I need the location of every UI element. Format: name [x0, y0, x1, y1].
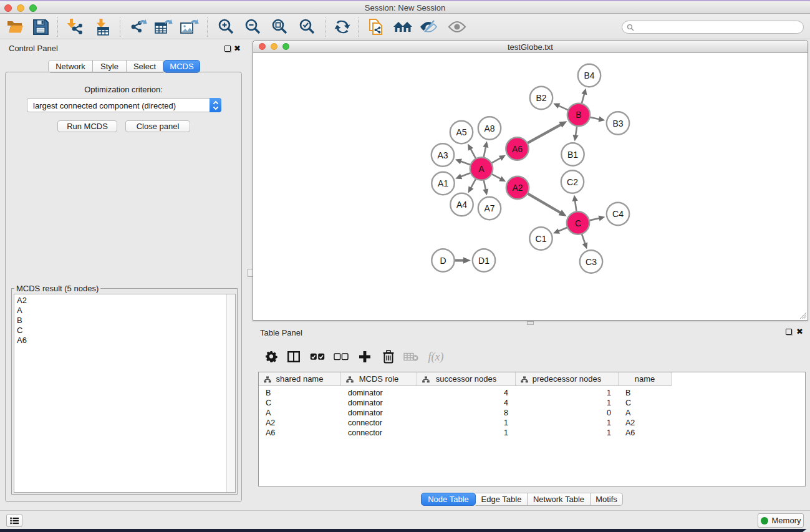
- export-table-icon[interactable]: [153, 16, 174, 37]
- tab-network-table[interactable]: Network Table: [528, 493, 591, 506]
- result-item[interactable]: A2: [17, 296, 27, 306]
- result-list-scrollbar[interactable]: [226, 294, 235, 492]
- import-table-icon[interactable]: [92, 16, 113, 37]
- add-column-icon[interactable]: [354, 346, 375, 367]
- export-image-icon[interactable]: [178, 16, 200, 37]
- edge-A6-B[interactable]: [528, 125, 561, 143]
- task-history-button[interactable]: [6, 514, 22, 527]
- edge-A-A2[interactable]: [492, 174, 501, 179]
- column-header-successor-nodes[interactable]: successor nodes: [417, 372, 516, 386]
- table-row[interactable]: A2connector11A2: [259, 418, 672, 428]
- edge-B-B4[interactable]: [582, 94, 584, 104]
- graph-node-B1[interactable]: B1: [561, 143, 584, 165]
- zoom-fit-icon[interactable]: [269, 16, 290, 37]
- vertical-split-handle[interactable]: [527, 321, 534, 325]
- graph-node-A3[interactable]: A3: [432, 143, 454, 166]
- edge-C-C3[interactable]: [582, 234, 585, 244]
- table-row[interactable]: Adominator80A: [259, 408, 672, 418]
- search-input[interactable]: [622, 21, 804, 34]
- close-panel-button[interactable]: Close panel: [125, 120, 190, 132]
- graph-node-D[interactable]: D: [432, 249, 454, 271]
- graph-node-A8[interactable]: A8: [478, 117, 501, 139]
- table-panel-close-button[interactable]: ✖: [796, 329, 803, 335]
- edge-A-A6[interactable]: [491, 158, 501, 163]
- table-row[interactable]: Bdominator41B: [259, 388, 672, 398]
- graph-node-C[interactable]: C: [567, 211, 589, 234]
- control-panel-float-button[interactable]: [224, 46, 231, 52]
- edge-C-C1[interactable]: [558, 228, 567, 231]
- edge-A-A1[interactable]: [461, 173, 471, 177]
- graph-node-B2[interactable]: B2: [530, 87, 552, 109]
- tab-network[interactable]: Network: [48, 60, 93, 73]
- graph-node-C1[interactable]: C1: [529, 227, 552, 249]
- result-item[interactable]: B: [17, 316, 27, 326]
- edge-B-B1[interactable]: [576, 126, 577, 135]
- mcds-result-list[interactable]: A2ABCA6: [14, 294, 236, 493]
- deselect-all-icon[interactable]: [330, 346, 352, 367]
- graph-node-A5[interactable]: A5: [450, 121, 473, 143]
- zoom-in-icon[interactable]: [215, 16, 236, 37]
- graph-node-B3[interactable]: B3: [607, 112, 629, 134]
- delete-column-icon[interactable]: [378, 346, 399, 367]
- result-item[interactable]: A: [17, 306, 27, 316]
- tab-select[interactable]: Select: [127, 60, 163, 73]
- edge-C-C4[interactable]: [589, 218, 599, 221]
- select-all-icon[interactable]: [307, 346, 328, 367]
- tab-mcds[interactable]: MCDS: [163, 60, 200, 73]
- import-network-icon[interactable]: [64, 16, 85, 37]
- edge-B-B2[interactable]: [559, 105, 568, 110]
- edge-A2-C[interactable]: [528, 193, 561, 213]
- run-mcds-button[interactable]: Run MCDS: [57, 120, 117, 132]
- tab-style[interactable]: Style: [93, 60, 127, 73]
- graph-node-A7[interactable]: A7: [478, 197, 501, 220]
- save-session-icon[interactable]: [30, 16, 51, 37]
- memory-button[interactable]: Memory: [758, 513, 804, 528]
- network-graph-canvas[interactable]: B4B2BB3A5A8A6B1A3AC2A1A2A4A7C4CC1C3DD1: [253, 54, 808, 320]
- network-window-titlebar[interactable]: testGlobe.txt: [253, 41, 808, 53]
- edge-A-A4[interactable]: [471, 179, 476, 188]
- column-header-MCDS-role[interactable]: MCDS role: [341, 372, 417, 386]
- result-item[interactable]: C: [17, 326, 27, 336]
- result-item[interactable]: A6: [17, 336, 27, 346]
- table-panel-float-button[interactable]: [786, 329, 792, 335]
- open-file-icon[interactable]: [4, 16, 26, 37]
- duplicate-network-icon[interactable]: [366, 16, 387, 37]
- window-resize-grip[interactable]: [799, 311, 806, 319]
- table-row[interactable]: A6connector11A6: [259, 428, 672, 438]
- graph-node-A[interactable]: A: [470, 157, 493, 180]
- graph-node-A6[interactable]: A6: [506, 137, 528, 160]
- first-neighbors-icon[interactable]: [392, 16, 413, 37]
- edge-A-A8[interactable]: [484, 147, 486, 157]
- show-all-eye-icon[interactable]: [446, 16, 468, 37]
- graph-node-B4[interactable]: B4: [578, 64, 600, 87]
- refresh-icon[interactable]: [332, 16, 353, 37]
- criterion-select[interactable]: largest connected component (directed): [27, 98, 221, 112]
- tab-edge-table[interactable]: Edge Table: [476, 493, 528, 506]
- graph-node-A4[interactable]: A4: [450, 193, 473, 216]
- zoom-out-icon[interactable]: [242, 16, 263, 37]
- graph-node-D1[interactable]: D1: [473, 249, 495, 271]
- graph-node-C4[interactable]: C4: [607, 203, 629, 225]
- function-builder-icon[interactable]: f(x): [425, 346, 446, 367]
- control-panel-close-button[interactable]: ✖: [234, 46, 241, 52]
- table-settings-icon[interactable]: [261, 346, 282, 367]
- delete-table-icon[interactable]: [400, 346, 422, 367]
- edge-A-A3[interactable]: [460, 162, 470, 165]
- graph-node-A2[interactable]: A2: [506, 177, 529, 199]
- graph-node-A1[interactable]: A1: [432, 172, 454, 195]
- graph-node-B[interactable]: B: [567, 104, 590, 126]
- tab-motifs[interactable]: Motifs: [591, 493, 623, 506]
- graph-node-C2[interactable]: C2: [561, 170, 584, 193]
- hide-selected-eye-icon[interactable]: [418, 16, 439, 37]
- column-header-predecessor-nodes[interactable]: predecessor nodes: [516, 372, 619, 386]
- export-network-icon[interactable]: [128, 16, 149, 37]
- edge-C-C2[interactable]: [575, 200, 576, 211]
- zoom-selected-icon[interactable]: [296, 16, 317, 37]
- edge-A-A7[interactable]: [484, 180, 486, 190]
- column-header-shared-name[interactable]: shared name: [259, 372, 341, 386]
- graph-node-C3[interactable]: C3: [580, 250, 602, 273]
- tab-node-table[interactable]: Node Table: [421, 493, 476, 506]
- edge-A-A5[interactable]: [470, 148, 476, 158]
- table-row[interactable]: Cdominator41C: [259, 398, 672, 408]
- table-split-view-icon[interactable]: [283, 346, 304, 367]
